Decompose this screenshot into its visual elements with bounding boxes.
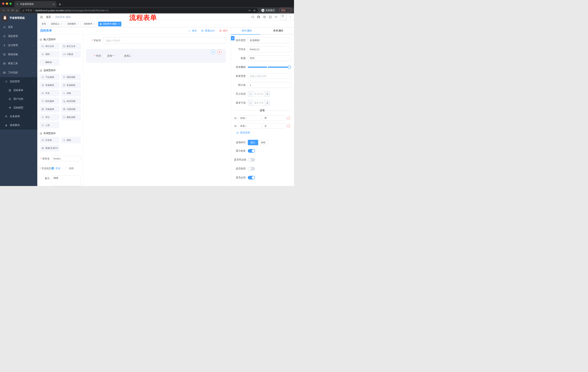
component-rate[interactable]: 评分 (40, 114, 60, 120)
close-icon[interactable]: × (118, 23, 119, 25)
sidebar-item-process-model[interactable]: 流程模型 (0, 103, 37, 112)
component-select[interactable]: 下拉选择 (40, 74, 60, 80)
checkbox[interactable] (120, 55, 123, 57)
avatar[interactable] (281, 14, 287, 20)
show-label-switch[interactable] (248, 149, 255, 153)
bookmark-star-icon[interactable] (253, 9, 256, 12)
sidebar-item-infra[interactable]: 基础设施 (0, 50, 37, 59)
minimize-window-button[interactable] (6, 2, 8, 5)
component-radio-group[interactable]: 单选框组 (40, 82, 60, 88)
browser-update-button[interactable]: 更新 ⋮ (279, 8, 292, 13)
gender-option-2[interactable]: 选项二 (120, 54, 132, 57)
component-multi-text[interactable]: 多行文本 (61, 43, 81, 50)
password-key-icon[interactable] (248, 9, 251, 12)
component-editor[interactable]: 编辑器 (40, 59, 60, 65)
component-type-select[interactable]: 多选框组 (248, 37, 290, 43)
increase-button[interactable]: + (265, 91, 270, 97)
gender-option-1[interactable]: 选项一 (103, 54, 115, 57)
status-on-radio[interactable]: 开启 (52, 166, 60, 171)
delete-component-button[interactable] (217, 50, 222, 54)
form-canvas[interactable]: 手机号 性别 选项一 选项二 (83, 34, 231, 186)
sidebar-item-home[interactable]: 首页 (0, 22, 37, 32)
component-time-picker[interactable]: 时间选择 (40, 98, 60, 105)
remove-option-button[interactable]: − (287, 117, 290, 120)
title-input[interactable] (248, 55, 290, 61)
component-row-container[interactable]: 行容器 (40, 137, 60, 143)
help-icon[interactable] (263, 15, 266, 19)
component-color-picker[interactable]: 颜色选择 (61, 114, 81, 120)
home-button[interactable]: ⌂ (16, 9, 18, 12)
form-name-input[interactable] (52, 156, 81, 161)
close-window-button[interactable] (2, 2, 4, 5)
max-select-value[interactable]: 最多可选 (253, 100, 265, 106)
fullscreen-icon[interactable] (269, 15, 272, 19)
option-value-input[interactable] (263, 115, 286, 121)
component-single-text[interactable]: 单行文本 (40, 43, 60, 50)
style-button-button[interactable]: 按钮 (258, 140, 268, 145)
search-icon[interactable] (251, 15, 254, 19)
status-off-radio[interactable]: 关闭 (65, 166, 74, 171)
back-button[interactable]: ← (2, 9, 5, 12)
new-tab-button[interactable]: + (57, 1, 63, 7)
required-switch[interactable] (248, 176, 255, 180)
drag-handle-icon[interactable] (234, 117, 237, 120)
form-grid-slider[interactable] (248, 64, 290, 70)
tab-close-icon[interactable]: × (52, 3, 55, 6)
component-password[interactable]: 密码 (40, 51, 60, 57)
reload-button[interactable]: ⟳ (11, 9, 14, 12)
sidebar-item-payment[interactable]: 支付管理 (0, 41, 37, 50)
style-default-button[interactable]: 默认 (248, 140, 258, 145)
slider-handle[interactable] (288, 65, 291, 69)
close-icon[interactable]: × (94, 23, 95, 25)
tag-process-form[interactable]: 流程表单× (82, 22, 97, 26)
data-bind-tag[interactable] (231, 36, 234, 40)
tag-home[interactable]: 首页 (40, 22, 48, 26)
phone-field-row[interactable]: 手机号 (86, 37, 226, 44)
component-counter[interactable]: 计数器 (61, 51, 81, 57)
sidebar-item-workflow[interactable]: 工作流程 (0, 68, 37, 77)
decrease-button[interactable]: − (248, 100, 253, 106)
disabled-switch[interactable] (248, 167, 255, 170)
component-date-picker[interactable]: 日期选择 (40, 106, 60, 112)
decrease-button[interactable]: − (248, 91, 253, 97)
remove-option-button[interactable]: − (287, 124, 290, 128)
maximize-window-button[interactable] (10, 2, 12, 5)
component-time-range[interactable]: 时间范围 (61, 98, 81, 105)
sidebar-item-task-mgmt[interactable]: 任务管理 (0, 112, 37, 121)
browser-tab[interactable]: 芋道管理系统 × (14, 1, 56, 7)
tag-process-model[interactable]: 流程模型× (65, 22, 81, 26)
add-option-button[interactable]: 添加选项 (234, 131, 290, 134)
save-button[interactable]: 保存 (188, 29, 197, 32)
default-value-input[interactable] (248, 82, 290, 88)
sidebar-item-process-mgmt[interactable]: 流程管理 (0, 77, 37, 86)
component-date-range[interactable]: 日期范围 (61, 106, 81, 112)
component-cascader[interactable]: 级联选择 (61, 74, 81, 80)
clear-button[interactable]: 清空 (219, 29, 228, 32)
component-switch[interactable]: 开关 (40, 90, 60, 96)
address-field[interactable]: 不安全 dashboard.yudao.iocoder.cn/bpm/manag… (20, 8, 258, 13)
remark-textarea[interactable]: 嘿嘿 (52, 175, 81, 186)
component-checkbox-group[interactable]: 多选框组 (61, 82, 81, 88)
breadcrumb-home[interactable]: 首页 (46, 15, 51, 19)
sidebar-collapse-icon[interactable] (40, 15, 43, 19)
gender-field-selected[interactable]: 性别 选项一 选项二 (86, 49, 226, 63)
min-select-value[interactable]: 至少应选 (253, 91, 265, 97)
component-upload[interactable]: 上传 (40, 122, 60, 128)
phone-input[interactable] (103, 37, 226, 44)
tab-form-props[interactable]: 表单属性 (262, 27, 294, 34)
sidebar-item-user-group[interactable]: 用户分组 (0, 95, 37, 103)
checkbox[interactable] (103, 55, 106, 57)
option-name-input[interactable] (238, 123, 262, 129)
label-width-input[interactable] (248, 73, 290, 79)
font-size-icon[interactable] (274, 15, 278, 19)
option-name-input[interactable] (238, 115, 262, 121)
close-icon[interactable]: × (61, 23, 63, 25)
avatar-caret-icon[interactable] (289, 16, 292, 18)
sidebar-item-devtools[interactable]: 研发工具 (0, 59, 37, 68)
tag-process-definition[interactable]: 流程定义× (49, 22, 64, 26)
border-switch[interactable] (248, 158, 255, 162)
duplicate-component-button[interactable] (211, 50, 215, 54)
close-icon[interactable]: × (77, 23, 79, 25)
sidebar-item-system[interactable]: 系统管理 (0, 32, 37, 41)
tab-component-props[interactable]: 组件属性 (231, 27, 262, 34)
